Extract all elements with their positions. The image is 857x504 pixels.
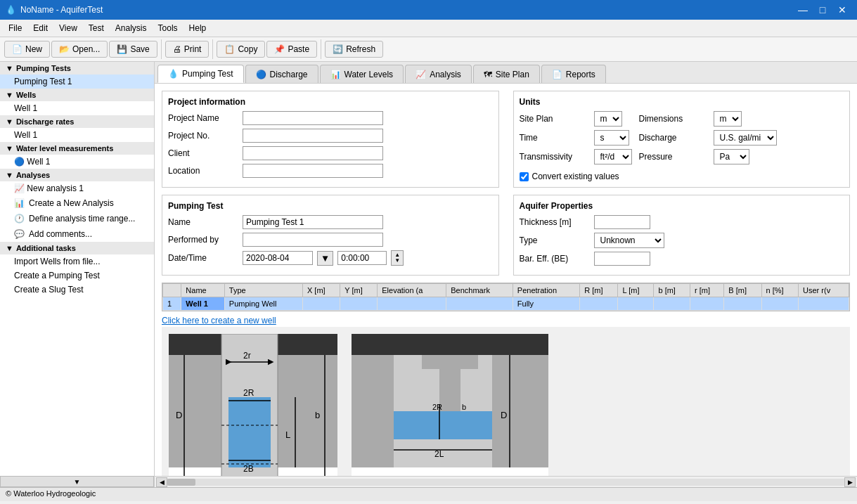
sidebar-item-create-slug-test[interactable]: Create a Slug Test <box>0 283 154 297</box>
left-diagram: 2r 2R 2B D L b <box>169 334 337 476</box>
create-well-link[interactable]: Click here to create a new well <box>162 313 276 328</box>
sidebar-section-wells[interactable]: ▼ Wells <box>0 89 154 101</box>
sidebar-action-add-comments[interactable]: 💬 Add comments... <box>0 226 154 242</box>
menu-view[interactable]: View <box>53 21 83 35</box>
horizontal-scrollbar[interactable]: ◀ ▶ <box>155 476 857 487</box>
discharge-unit-row: Discharge U.S. gal/mim³/d <box>639 130 777 146</box>
scroll-left-button[interactable]: ◀ <box>156 477 167 487</box>
print-button[interactable]: 🖨 Print <box>165 41 210 58</box>
sidebar-item-create-pumping-test[interactable]: Create a Pumping Test <box>0 269 154 283</box>
sidebar-action-create-new-analysis[interactable]: 📊 Create a New Analysis <box>0 195 154 211</box>
discharge-unit-select[interactable]: U.S. gal/mim³/d <box>714 130 777 146</box>
paste-button[interactable]: 📌 Paste <box>266 41 317 58</box>
project-info-panel: Project information Project Name Project… <box>162 91 499 188</box>
menu-bar: File Edit View Test Analysis Tools Help <box>0 20 857 37</box>
content-area: 💧 Pumping Test 🔵 Discharge 📊 Water Level… <box>155 62 857 487</box>
sidebar-item-pumping-test-1[interactable]: Pumping Test 1 <box>0 75 154 89</box>
save-button[interactable]: 💾 Save <box>109 41 157 58</box>
tab-water-levels[interactable]: 📊 Water Levels <box>320 65 404 83</box>
menu-analysis[interactable]: Analysis <box>110 21 153 35</box>
menu-test[interactable]: Test <box>83 21 110 35</box>
tab-pumping-test[interactable]: 💧 Pumping Test <box>157 65 244 83</box>
collapse-icon-additional: ▼ <box>6 244 13 252</box>
col-b: b [m] <box>654 284 690 297</box>
menu-tools[interactable]: Tools <box>153 21 183 35</box>
close-button[interactable]: ✕ <box>833 3 851 17</box>
sidebar-section-water-levels[interactable]: ▼ Water level measurements <box>0 142 154 155</box>
sidebar-scroll[interactable]: ▼ Pumping Tests Pumping Test 1 ▼ Wells W… <box>0 62 154 476</box>
thickness-input[interactable] <box>594 215 650 229</box>
pumping-test-name-input[interactable] <box>243 215 383 229</box>
col-type: Type <box>224 284 302 297</box>
sidebar-item-well-1-discharge[interactable]: Well 1 <box>0 128 154 142</box>
time-unit-row: Time sminhr <box>520 130 632 146</box>
col-benchmark: Benchmark <box>446 284 513 297</box>
menu-file[interactable]: File <box>3 21 27 35</box>
well-table: Name Type X [m] Y [m] Elevation (a Bench… <box>162 283 849 311</box>
transmissivity-unit-select[interactable]: ft²/dm²/d <box>594 149 632 164</box>
type-select[interactable]: Unknown Confined Unconfined <box>594 233 664 248</box>
tab-analysis[interactable]: 📈 Analysis <box>405 65 472 83</box>
refresh-button[interactable]: 🔄 Refresh <box>325 41 383 58</box>
minimize-button[interactable]: — <box>794 3 812 17</box>
cell-elevation <box>378 297 446 311</box>
svg-text:2R: 2R <box>243 388 254 398</box>
date-input[interactable] <box>243 251 313 265</box>
pressure-unit-select[interactable]: PakPa <box>714 149 749 164</box>
menu-edit[interactable]: Edit <box>27 21 53 35</box>
svg-rect-4 <box>228 397 271 467</box>
sidebar-section-additional-tasks[interactable]: ▼ Additional tasks <box>0 242 154 254</box>
tab-site-plan[interactable]: 🗺 Site Plan <box>473 65 540 83</box>
cell-r2 <box>690 297 724 311</box>
datetime-label: Date/Time <box>168 253 238 263</box>
scroll-thumb-h[interactable] <box>167 479 195 486</box>
performed-by-label: Performed by <box>168 235 238 245</box>
cell-r <box>580 297 618 311</box>
svg-text:2B: 2B <box>243 464 254 474</box>
svg-text:b: b <box>462 403 466 411</box>
analysis-icon: 📈 <box>14 183 25 193</box>
open-button[interactable]: 📂 Open... <box>51 41 108 58</box>
maximize-button[interactable]: □ <box>813 3 832 17</box>
sidebar-section-pumping-tests[interactable]: ▼ Pumping Tests <box>0 62 154 75</box>
sidebar-scroll-down[interactable]: ▼ <box>0 476 154 487</box>
sidebar-item-well-1-wells[interactable]: Well 1 <box>0 101 154 115</box>
print-icon: 🖨 <box>173 44 181 54</box>
calendar-button[interactable]: ▼ <box>317 251 333 266</box>
performed-by-input[interactable] <box>243 233 383 247</box>
convert-existing-checkbox[interactable] <box>520 172 529 181</box>
svg-text:2r: 2r <box>243 351 251 361</box>
menu-help[interactable]: Help <box>183 21 212 35</box>
time-unit-select[interactable]: sminhr <box>594 130 629 146</box>
site-plan-unit-select[interactable]: mft <box>594 111 622 127</box>
project-name-label: Project Name <box>168 113 238 123</box>
sidebar-item-import-wells[interactable]: Import Wells from file... <box>0 254 154 269</box>
sidebar-section-analyses[interactable]: ▼ Analyses <box>0 169 154 181</box>
bar-eff-row: Bar. Eff. (BE) <box>520 252 844 266</box>
time-input[interactable] <box>337 251 387 265</box>
table-row[interactable]: 1 Well 1 Pumping Well Fully <box>163 297 849 311</box>
sidebar-action-define-time-range[interactable]: 🕐 Define analysis time range... <box>0 211 154 226</box>
dimensions-unit-select[interactable]: mft <box>714 111 742 127</box>
sidebar-item-well-1-water[interactable]: 🔵 Well 1 <box>0 155 154 169</box>
new-button[interactable]: 📄 New <box>4 41 50 58</box>
sidebar-section-discharge-rates[interactable]: ▼ Discharge rates <box>0 115 154 128</box>
sidebar-item-new-analysis-1[interactable]: 📈 New analysis 1 <box>0 181 154 195</box>
time-spinner[interactable]: ▲ ▼ <box>391 250 404 266</box>
col-name: Name <box>181 284 224 297</box>
main-layout: ▼ Pumping Tests Pumping Test 1 ▼ Wells W… <box>0 62 857 487</box>
col-y: Y [m] <box>340 284 378 297</box>
tab-discharge[interactable]: 🔵 Discharge <box>245 65 318 83</box>
project-no-input[interactable] <box>243 129 383 143</box>
copy-button[interactable]: 📋 Copy <box>217 41 265 58</box>
scroll-right-button[interactable]: ▶ <box>844 477 856 487</box>
tab-reports[interactable]: 📄 Reports <box>541 65 606 83</box>
project-name-input[interactable] <box>243 111 383 125</box>
client-input[interactable] <box>243 146 383 160</box>
performed-by-row: Performed by <box>168 233 493 247</box>
project-info-title: Project information <box>168 97 493 107</box>
bar-eff-input[interactable] <box>594 252 650 266</box>
location-input[interactable] <box>243 164 383 178</box>
site-plan-tab-icon: 🗺 <box>484 70 492 79</box>
cell-n <box>761 297 798 311</box>
